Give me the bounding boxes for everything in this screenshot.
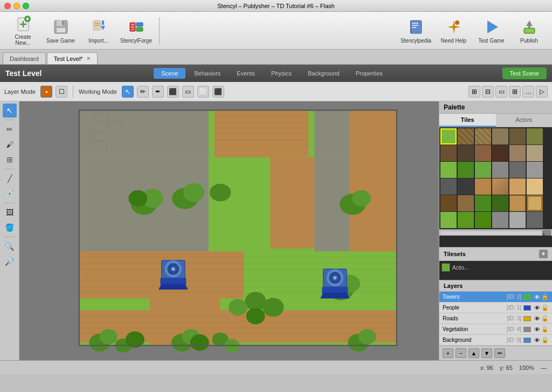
layer-mode-btn-2[interactable]: ☐ — [56, 86, 67, 98]
tile-18[interactable] — [527, 162, 543, 178]
view-btn-4[interactable]: ⊞ — [509, 86, 521, 98]
tool-fill[interactable]: 🪣 — [3, 221, 17, 235]
layer-lock-background[interactable]: 🔒 — [541, 336, 549, 343]
remove-layer-button[interactable]: − — [456, 348, 466, 358]
working-mode-btn-rect[interactable]: ▭ — [182, 86, 194, 98]
tool-line[interactable]: ╱ — [3, 171, 17, 185]
tile-28[interactable] — [492, 195, 508, 211]
move-down-button[interactable]: ▼ — [481, 348, 492, 358]
view-btn-2[interactable]: ⊟ — [482, 86, 494, 98]
edit-layer-button[interactable]: ✏ — [494, 348, 505, 358]
layer-mode-btn-1[interactable]: ▪ — [40, 86, 52, 98]
tile-3[interactable] — [475, 128, 491, 145]
tile-19[interactable] — [440, 178, 457, 195]
tool-zoom-in[interactable]: 🔍 — [3, 239, 17, 253]
tool-select[interactable]: ↖ — [3, 104, 17, 118]
layer-visibility-background[interactable]: 👁 — [534, 337, 540, 343]
working-mode-btn-pencil[interactable]: ✒ — [152, 86, 164, 98]
test-game-button[interactable]: Test Game — [474, 15, 509, 46]
tile-33[interactable] — [475, 212, 491, 228]
tile-31[interactable] — [440, 212, 457, 228]
tile-29[interactable] — [509, 195, 526, 211]
layer-lock-towers[interactable]: 🔒 — [541, 293, 549, 300]
test-scene-button[interactable]: Test Scene — [502, 67, 547, 79]
tile-8[interactable] — [458, 145, 474, 161]
tile-20[interactable] — [458, 178, 474, 195]
tile-35[interactable] — [509, 212, 526, 228]
move-up-button[interactable]: ▲ — [468, 348, 479, 358]
tool-brush[interactable]: 🖌 — [3, 137, 17, 152]
need-help-button[interactable]: Need Help — [436, 15, 471, 46]
layer-lock-vegetation[interactable]: 🔒 — [541, 326, 549, 333]
tile-21[interactable] — [475, 178, 491, 195]
stencylforge-button[interactable]: StencylForge — [119, 15, 154, 46]
working-mode-btn-eraser[interactable]: ⬛ — [212, 86, 224, 98]
publish-button[interactable]: Publish — [512, 15, 547, 46]
working-mode-btn-wand[interactable]: ⬜ — [197, 86, 209, 98]
tileset-item[interactable]: Actio... — [441, 263, 550, 272]
tile-2[interactable] — [458, 128, 474, 145]
tool-pencil[interactable]: ✏ — [3, 122, 17, 136]
palette-tiles-area[interactable]: › — [439, 127, 552, 247]
tool-image[interactable]: 🖼 — [3, 205, 17, 219]
tab-physics[interactable]: Physics — [264, 68, 299, 79]
tile-25[interactable] — [440, 195, 457, 211]
tile-6[interactable] — [527, 128, 543, 145]
layer-visibility-people[interactable]: 👁 — [534, 305, 540, 311]
view-btn-5[interactable]: … — [522, 86, 534, 98]
tile-14[interactable] — [458, 162, 474, 178]
working-mode-btn-select[interactable]: ↖ — [122, 86, 134, 98]
tile-12[interactable] — [527, 145, 543, 161]
view-btn-6[interactable]: ▷ — [536, 86, 548, 98]
tile-22[interactable] — [492, 178, 508, 195]
tool-zoom-out[interactable]: 🔎 — [3, 255, 17, 269]
tile-17[interactable] — [509, 162, 526, 178]
layer-row-background[interactable]: Background [ID: 0] 👁 🔒 — [439, 335, 552, 346]
tile-36[interactable] — [527, 212, 543, 228]
layer-visibility-towers[interactable]: 👁 — [534, 294, 540, 300]
tile-16[interactable] — [492, 162, 508, 178]
game-scene[interactable] — [19, 101, 439, 360]
working-mode-btn-fill[interactable]: ⬛ — [167, 86, 179, 98]
layer-visibility-roads[interactable]: 👁 — [534, 315, 540, 322]
tile-23[interactable] — [509, 178, 526, 195]
tool-eyedrop[interactable]: 💉 — [3, 187, 17, 201]
layer-visibility-vegetation[interactable]: 👁 — [534, 326, 540, 333]
tile-34[interactable] — [492, 212, 508, 228]
tile-30[interactable] — [527, 195, 543, 211]
layer-lock-roads[interactable]: 🔒 — [541, 315, 549, 322]
tile-5[interactable] — [509, 128, 526, 145]
save-game-button[interactable]: Save Game — [43, 15, 78, 46]
tile-11[interactable] — [509, 145, 526, 161]
tile-1[interactable] — [440, 128, 457, 145]
tile-15[interactable] — [475, 162, 491, 178]
tab-dashboard[interactable]: Dashboard — [3, 52, 46, 64]
minimize-button[interactable] — [13, 3, 20, 9]
layer-row-roads[interactable]: Roads [ID: 3] 👁 🔒 — [439, 313, 552, 324]
tile-26[interactable] — [458, 195, 474, 211]
palette-tab-tiles[interactable]: Tiles — [439, 114, 496, 127]
palette-tab-actors[interactable]: Actors — [496, 114, 553, 127]
canvas-area[interactable] — [19, 101, 439, 360]
tab-behaviors[interactable]: Behaviors — [187, 68, 228, 79]
add-layer-button[interactable]: + — [443, 348, 453, 358]
tab-background[interactable]: Background — [300, 68, 347, 79]
tool-grid[interactable]: ⊞ — [3, 153, 17, 167]
layer-row-vegetation[interactable]: Vegetation [ID: 4] 👁 🔒 — [439, 324, 552, 335]
tile-7[interactable] — [440, 145, 457, 161]
stencylpedia-button[interactable]: Stencylpedia — [398, 15, 433, 46]
tab-scene[interactable]: Scene — [154, 68, 185, 79]
create-new-button[interactable]: Create New... — [5, 15, 40, 46]
layer-lock-people[interactable]: 🔒 — [541, 304, 549, 311]
working-mode-btn-draw[interactable]: ✏ — [137, 86, 149, 98]
tile-13[interactable] — [440, 162, 457, 178]
layer-row-towers[interactable]: Towers [ID: 2] 👁 🔒 — [439, 292, 552, 302]
close-tab-icon[interactable]: ✕ — [86, 56, 91, 61]
layer-row-people[interactable]: People [ID: 1] 👁 🔒 — [439, 302, 552, 313]
tile-4[interactable] — [492, 128, 508, 145]
tile-27[interactable] — [475, 195, 491, 211]
view-btn-1[interactable]: ⊞ — [468, 86, 480, 98]
tile-10[interactable] — [492, 145, 508, 161]
tile-9[interactable] — [475, 145, 491, 161]
tab-test-level[interactable]: Test Level* ✕ — [47, 52, 98, 64]
